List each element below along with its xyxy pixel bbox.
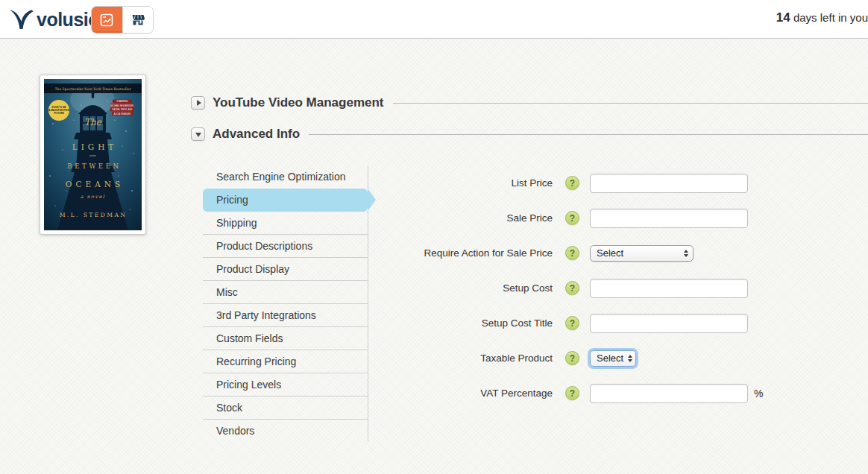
form-row-list-price: List Price ? [388, 165, 805, 200]
product-image-thumbnail[interactable]: The Spectacular New York Times Bestselle… [40, 75, 146, 235]
trial-days-number: 14 [776, 10, 790, 25]
tab-pricing-levels[interactable]: Pricing Levels [203, 373, 368, 396]
tab-3rd-party-integrations[interactable]: 3rd Party Integrations [203, 304, 368, 327]
tab-vendors[interactable]: Vendors [203, 420, 368, 443]
form-row-require-action-for-sale-price: Require Action for Sale Price ? Select [388, 236, 805, 271]
list-price-input[interactable] [590, 174, 748, 193]
tab-pricing[interactable]: Pricing [203, 189, 368, 212]
help-icon[interactable]: ? [565, 246, 579, 260]
chevron-down-icon [195, 133, 201, 137]
advanced-info-tab-menu: Search Engine Optimization Pricing Shipp… [203, 165, 368, 443]
help-icon[interactable]: ? [565, 211, 579, 225]
top-bar: volusion ® [0, 0, 868, 39]
storefront-icon [130, 13, 145, 27]
book-title-light: LIGHT [72, 142, 118, 151]
tab-label: Pricing [216, 194, 248, 206]
form-row-vat-percentage: VAT Percentage ? % [388, 376, 805, 411]
expand-toggle-expanded[interactable] [191, 127, 205, 141]
tab-label: Product Descriptions [216, 240, 312, 252]
tab-label: Recurring Pricing [216, 356, 296, 367]
form-row-taxable-product: Taxable Product ? Select [388, 341, 805, 376]
main-content: The Spectacular New York Times Bestselle… [0, 39, 868, 474]
tab-label: Product Display [216, 263, 289, 275]
tab-label: Misc [216, 286, 238, 298]
select-value: Select [597, 247, 623, 259]
form-row-setup-cost-title: Setup Cost Title ? [388, 306, 805, 341]
tab-label: Stock [216, 402, 242, 414]
select-arrows-icon [684, 250, 688, 257]
book-author: M.L. STEDMAN [60, 212, 128, 218]
field-label: Require Action for Sale Price [388, 247, 553, 259]
tab-search-engine-optimization[interactable]: Search Engine Optimization [203, 165, 368, 189]
require-action-sale-price-select[interactable]: Select [590, 245, 694, 262]
help-icon[interactable]: ? [565, 176, 579, 190]
book-title-oceans: OCEANS [66, 180, 124, 189]
form-row-setup-cost: Setup Cost ? [388, 271, 805, 306]
section-youtube-video-management: YouTube Video Management [191, 95, 868, 111]
help-icon[interactable]: ? [565, 316, 579, 330]
tab-custom-fields[interactable]: Custom Fields [203, 327, 368, 350]
admin-dashboard-button[interactable] [92, 7, 122, 33]
taxable-product-select[interactable]: Select [590, 350, 636, 367]
dashboard-chart-icon [100, 13, 113, 27]
help-icon[interactable]: ? [565, 351, 579, 365]
book-cover-image: The Spectacular New York Times Bestselle… [44, 79, 142, 230]
field-label: Setup Cost Title [388, 317, 553, 329]
section-title: YouTube Video Management [213, 95, 384, 110]
field-label: Taxable Product [388, 353, 553, 364]
storefront-button[interactable] [122, 7, 154, 33]
tab-shipping[interactable]: Shipping [203, 212, 368, 235]
starring-line-4: ALICIA VIKANDER [114, 113, 131, 116]
field-label: VAT Percentage [388, 388, 553, 399]
form-row-sale-price: Sale Price ? [388, 200, 805, 236]
section-advanced-info: Advanced Info [191, 126, 868, 142]
pricing-form: List Price ? Sale Price ? Require Action… [388, 165, 805, 411]
badge-line-3: PICTURE [54, 112, 64, 115]
tab-product-display[interactable]: Product Display [203, 258, 368, 281]
tab-label: 3rd Party Integrations [216, 309, 316, 321]
tab-label: Search Engine Optimization [216, 171, 346, 183]
section-divider [309, 134, 868, 135]
tab-product-descriptions[interactable]: Product Descriptions [203, 235, 368, 258]
volusion-admin-page: volusion ® [0, 0, 868, 474]
help-icon[interactable]: ? [565, 386, 579, 400]
tab-label: Pricing Levels [216, 379, 281, 391]
tab-recurring-pricing[interactable]: Recurring Pricing [203, 350, 368, 373]
chevron-right-icon [197, 100, 201, 106]
book-title-the: The [84, 117, 102, 127]
help-icon[interactable]: ? [565, 281, 579, 295]
starring-line-2: MICHAEL FASSBENDER, [110, 104, 134, 107]
setup-cost-title-input[interactable] [590, 314, 748, 333]
vat-percentage-input[interactable] [590, 384, 748, 403]
expand-toggle-collapsed[interactable] [191, 96, 205, 110]
select-value: Select [597, 353, 623, 364]
sale-price-input[interactable] [590, 209, 748, 228]
tab-label: Vendors [216, 425, 254, 437]
trial-countdown: 14 days left in you [776, 10, 868, 25]
tab-label: Custom Fields [216, 332, 283, 344]
starring-line-1: STARRING [116, 100, 128, 103]
book-banner-text: The Spectacular New York Times Bestselle… [54, 87, 131, 91]
field-label: List Price [388, 177, 553, 189]
field-label: Setup Cost [388, 282, 553, 294]
view-switcher [91, 6, 154, 34]
tab-label: Shipping [216, 217, 257, 229]
section-divider [393, 103, 868, 104]
setup-cost-input[interactable] [590, 279, 748, 298]
section-title: Advanced Info [213, 127, 300, 142]
tab-stock[interactable]: Stock [203, 396, 368, 420]
trial-days-text: days left in you [790, 11, 868, 24]
percent-suffix: % [754, 388, 763, 399]
starring-line-3: RACHEL WEISZ, AND [112, 108, 132, 111]
field-label: Sale Price [388, 212, 553, 224]
book-subtitle: a novel [81, 194, 106, 200]
select-arrows-icon [628, 355, 632, 362]
volusion-logo-mark [9, 7, 34, 32]
tab-misc[interactable]: Misc [203, 281, 368, 304]
book-title-between: BETWEEN [67, 162, 121, 170]
